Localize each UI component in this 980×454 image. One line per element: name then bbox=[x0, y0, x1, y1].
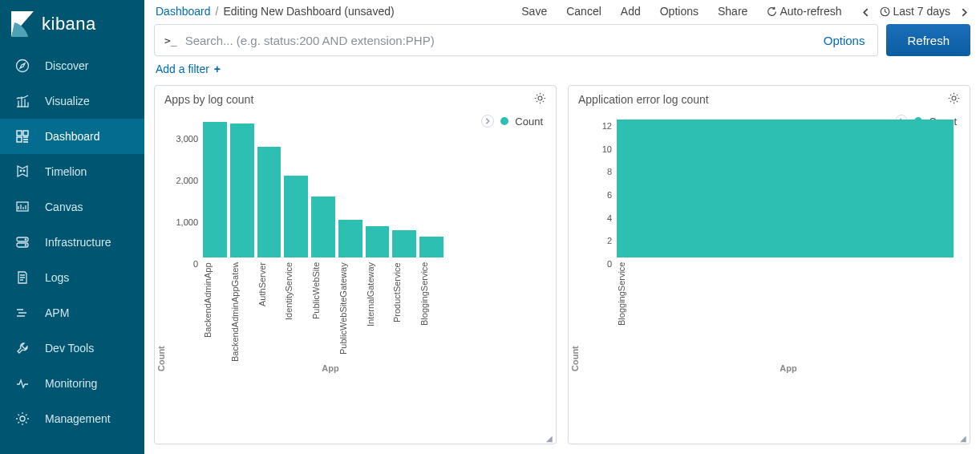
query-options-link[interactable]: Options bbox=[824, 34, 869, 47]
bar-column bbox=[230, 124, 254, 257]
bar[interactable] bbox=[338, 220, 362, 257]
y-axis-label: Count bbox=[569, 113, 585, 444]
bar[interactable] bbox=[230, 124, 254, 257]
sidebar-item-visualize[interactable]: Visualize bbox=[0, 83, 144, 119]
panel-title: Apps by log count bbox=[164, 93, 253, 106]
breadcrumb-sep: / bbox=[216, 5, 219, 18]
sidebar-item-timelion[interactable]: Timelion bbox=[0, 154, 144, 189]
x-axis-label: App bbox=[615, 362, 970, 373]
bar[interactable] bbox=[392, 230, 416, 257]
refresh-button[interactable]: Refresh bbox=[886, 24, 970, 56]
sidebar-item-devtools[interactable]: Dev Tools bbox=[0, 330, 144, 366]
bar[interactable] bbox=[617, 120, 954, 257]
y-tick: 2 bbox=[607, 236, 612, 245]
search-input[interactable] bbox=[185, 34, 816, 47]
topnav-save[interactable]: Save bbox=[521, 5, 547, 18]
wrench-icon bbox=[14, 340, 30, 356]
sidebar-item-dashboard[interactable]: Dashboard bbox=[0, 119, 144, 154]
bar[interactable] bbox=[203, 122, 227, 257]
sidebar-item-label: Infrastructure bbox=[45, 236, 111, 249]
gear-icon bbox=[14, 411, 30, 427]
sidebar-item-apm[interactable]: APM bbox=[0, 295, 144, 330]
bar[interactable] bbox=[284, 176, 308, 257]
bar[interactable] bbox=[311, 197, 335, 257]
logs-icon bbox=[14, 270, 30, 286]
bar-column bbox=[284, 176, 308, 257]
topnav-options[interactable]: Options bbox=[660, 5, 699, 18]
svg-rect-2 bbox=[23, 131, 28, 136]
sidebar-item-infrastructure[interactable]: Infrastructure bbox=[0, 225, 144, 260]
panel-header: Apps by log count bbox=[155, 86, 556, 113]
panel-title: Application error log count bbox=[578, 93, 709, 106]
chevron-left-icon bbox=[861, 8, 870, 17]
bar[interactable] bbox=[366, 226, 390, 257]
y-tick: 0 bbox=[193, 259, 198, 269]
dashboard-icon bbox=[14, 128, 30, 144]
sidebar-item-monitoring[interactable]: Monitoring bbox=[0, 366, 144, 401]
add-filter-link[interactable]: Add a filter + bbox=[156, 63, 221, 75]
svg-rect-1 bbox=[17, 131, 22, 136]
bar-column bbox=[203, 122, 227, 257]
x-tick: PublicWebSite bbox=[311, 262, 335, 362]
panel-application-error-log-count: Application error log count Count Count … bbox=[568, 85, 970, 444]
bar-column bbox=[366, 226, 390, 257]
sidebar-item-canvas[interactable]: Canvas bbox=[0, 189, 144, 225]
bar-column bbox=[392, 230, 416, 257]
sidebar-item-discover[interactable]: Discover bbox=[0, 48, 144, 83]
sidebar-item-label: Management bbox=[45, 412, 111, 425]
kibana-logo-icon bbox=[11, 11, 34, 37]
y-tick: 12 bbox=[602, 121, 612, 131]
apm-icon bbox=[14, 305, 30, 321]
topnav-share[interactable]: Share bbox=[718, 5, 747, 18]
topnav-timerange[interactable]: Last 7 days bbox=[880, 5, 951, 18]
chart-body: Count 024681012 BloggingService App bbox=[569, 113, 970, 444]
svg-point-0 bbox=[17, 60, 29, 72]
x-tick: BackendAdminAppGateway bbox=[230, 262, 254, 362]
sidebar-item-label: Timelion bbox=[45, 165, 87, 178]
y-tick: 0 bbox=[607, 259, 612, 269]
topnav-cancel[interactable]: Cancel bbox=[566, 5, 601, 18]
panel-resize-handle[interactable]: ◢ bbox=[546, 434, 554, 442]
breadcrumb-root[interactable]: Dashboard bbox=[156, 5, 211, 18]
y-tick: 3,000 bbox=[176, 134, 198, 144]
bar-column bbox=[419, 237, 443, 257]
brand-logo[interactable]: kibana bbox=[0, 0, 144, 48]
heartbeat-icon bbox=[14, 375, 30, 391]
y-tick: 8 bbox=[607, 167, 612, 176]
x-tick: InternalGateway bbox=[366, 262, 390, 362]
canvas-icon bbox=[14, 199, 30, 215]
sidebar-item-label: Discover bbox=[45, 59, 88, 72]
chart-body: Count 01,0002,0003,000 BackendAdminAppBa… bbox=[155, 113, 556, 444]
sidebar-item-label: Logs bbox=[45, 271, 69, 284]
bar-column bbox=[617, 120, 954, 257]
sidebar-item-label: Visualize bbox=[45, 95, 90, 107]
gear-icon bbox=[534, 92, 546, 104]
sidebar: kibana Discover Visualize Dashboard Time… bbox=[0, 0, 144, 454]
timerange-prev[interactable] bbox=[861, 5, 870, 18]
query-input-container: >_ Options bbox=[154, 24, 878, 56]
bar-column bbox=[311, 197, 335, 257]
topnav-autorefresh[interactable]: Auto-refresh bbox=[767, 5, 841, 18]
plus-icon: + bbox=[214, 63, 221, 75]
topnav-add[interactable]: Add bbox=[621, 5, 641, 18]
bar[interactable] bbox=[257, 147, 281, 257]
breadcrumb: Dashboard / Editing New Dashboard (unsav… bbox=[156, 5, 395, 18]
timelion-icon bbox=[14, 164, 30, 180]
sidebar-item-management[interactable]: Management bbox=[0, 401, 144, 436]
svg-point-9 bbox=[25, 239, 26, 240]
bar-column bbox=[338, 220, 362, 257]
refresh-icon bbox=[767, 6, 777, 17]
sidebar-item-logs[interactable]: Logs bbox=[0, 260, 144, 295]
panel-settings-button[interactable] bbox=[948, 92, 960, 107]
svg-point-14 bbox=[952, 96, 956, 100]
panel-resize-handle[interactable]: ◢ bbox=[960, 434, 968, 442]
panel-settings-button[interactable] bbox=[534, 92, 546, 107]
bar[interactable] bbox=[419, 237, 443, 257]
x-tick: BloggingService bbox=[617, 262, 954, 362]
x-tick: ProductService bbox=[392, 262, 416, 362]
dashboard-panels: Apps by log count Count Count 01,0002,00… bbox=[144, 85, 980, 454]
y-axis-ticks: 01,0002,0003,000 bbox=[171, 120, 201, 264]
x-axis-ticks: BackendAdminAppBackendAdminAppGatewayAut… bbox=[201, 257, 556, 362]
timerange-next[interactable] bbox=[960, 5, 969, 18]
y-axis-ticks: 024681012 bbox=[585, 120, 615, 264]
